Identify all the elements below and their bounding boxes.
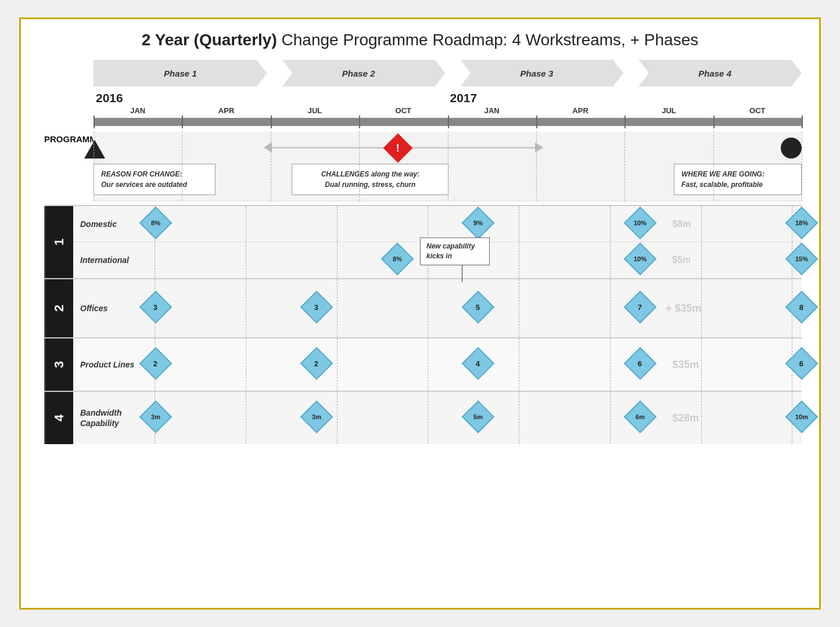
diamond-bw-2: 5m: [462, 401, 495, 434]
q8-label: OCT: [713, 105, 802, 116]
ws-3-productlines-row: Product Lines 2 2 4: [73, 338, 802, 391]
ws-2-content: Offices 3 3 5: [73, 279, 802, 337]
ws-2-offices-row: Offices 3 3 5: [73, 279, 802, 337]
diamond-dom-0: 8%: [139, 206, 173, 239]
ws-international-label: International: [73, 255, 155, 265]
programme-section: PROGRAMME: [44, 132, 802, 201]
value-domestic: $8m: [672, 219, 691, 229]
q-oct17: OCT: [749, 106, 765, 115]
title-bold: 2 Year (Quarterly): [142, 31, 277, 49]
diamond-pl-4: 6: [785, 347, 819, 380]
slide-title: 2 Year (Quarterly) Change Programme Road…: [38, 31, 802, 49]
diamond-dom-3: 18%: [785, 206, 819, 239]
q-apr16: APR: [218, 106, 234, 115]
ws-productlines-timeline: 2 2 4 6: [155, 338, 802, 391]
workstream-2: 2 Offices 3: [44, 278, 802, 337]
q5-label: 2017 JAN: [448, 91, 536, 116]
diamond-bw-1: 3m: [300, 401, 333, 434]
q3-label: JUL: [271, 105, 359, 116]
diamond-intl-1: 10%: [623, 243, 656, 276]
title-normal: Change Programme Roadmap: 4 Workstreams,…: [277, 31, 698, 49]
ws-2-number: 2: [44, 279, 73, 337]
ws-4-content: Bandwidth Capability 3m 3m 5m: [73, 392, 802, 444]
q-jan16: JAN: [130, 106, 145, 115]
value-bandwidth: $28m: [672, 412, 699, 424]
phase-1: Phase 1: [94, 60, 267, 87]
diamond-bw-4: 10m: [785, 401, 819, 434]
diamond-intl-0: 8%: [380, 243, 414, 276]
programme-timeline: ! REASON FOR CHANGE: Our services are ou…: [94, 132, 802, 201]
q-jul16: JUL: [308, 106, 322, 115]
q-jul17: JUL: [662, 106, 676, 115]
q4-label: OCT: [359, 105, 447, 116]
exclamation-diamond: !: [383, 134, 413, 163]
ws-4-bandwidth-row: Bandwidth Capability 3m 3m 5m: [73, 392, 802, 444]
value-intl: $5m: [672, 255, 691, 265]
diamond-pl-3: 6: [623, 347, 656, 380]
info-box-going: WHERE WE ARE GOING: Fast, scalable, prof…: [674, 164, 802, 195]
diamond-off-3: 7: [623, 291, 656, 324]
diamond-dom-1: 9%: [462, 206, 495, 239]
triangle-marker: [84, 140, 105, 158]
callout-new-capability: New capability kicks in: [420, 237, 490, 265]
year-2017: 2017: [450, 91, 536, 105]
diamond-pl-0: 2: [139, 347, 173, 380]
q2-label: APR: [182, 105, 270, 116]
q-jan17: JAN: [484, 106, 500, 115]
info-box-reason: REASON FOR CHANGE: Our services are outd…: [94, 164, 216, 195]
q-oct16: OCT: [396, 106, 411, 115]
diamond-off-4: 8: [785, 291, 819, 324]
ws-3-number: 3: [44, 338, 73, 391]
ws-4-number: 4: [44, 392, 73, 444]
q6-label: APR: [536, 105, 624, 116]
diamond-off-0: 3: [139, 291, 173, 324]
q7-label: JUL: [624, 105, 713, 116]
ws-domestic-timeline: 8% 9% 10% $8m: [155, 206, 802, 242]
year-2016: 2016: [96, 91, 182, 105]
ws-1-domestic-row: Domestic 8% 9%: [73, 206, 802, 242]
value-productlines: $35m: [672, 359, 699, 371]
value-offices: + $35m: [666, 302, 702, 315]
q-apr17: APR: [572, 106, 588, 115]
diamond-pl-2: 4: [462, 347, 495, 380]
phases-row: Phase 1 Phase 2 Phase 3 Phase 4: [94, 60, 802, 87]
year-quarter-row: 2016 JAN APR JUL OCT 2017 JAN APR JUL: [94, 91, 802, 116]
phase-2: Phase 2: [272, 60, 446, 87]
q1-label: 2016 JAN: [94, 91, 182, 116]
diamond-off-1: 3: [300, 291, 333, 324]
ws-bandwidth-timeline: 3m 3m 5m 6m: [155, 392, 802, 444]
diamond-intl-2: 15%: [785, 243, 819, 276]
workstream-4: 4 Bandwidth Capability 3m: [44, 391, 802, 444]
workstream-3: 3 Product Lines 2: [44, 337, 802, 391]
diamond-bw-3: 6m: [623, 401, 656, 434]
diamond-pl-1: 2: [300, 347, 333, 380]
info-box-challenges: CHALLENGES along the way: Dual running, …: [292, 164, 448, 195]
circle-marker: [781, 138, 802, 158]
timeline-bar: [94, 118, 802, 126]
diamond-off-2: 5: [462, 291, 495, 324]
ws-offices-timeline: 3 3 5 7: [155, 279, 802, 337]
ws-3-content: Product Lines 2 2 4: [73, 338, 802, 391]
phase-3: Phase 3: [450, 60, 624, 87]
diamond-dom-2: 10%: [623, 206, 656, 239]
phase-4: Phase 4: [628, 60, 802, 87]
ws-1-number: 1: [44, 206, 73, 278]
